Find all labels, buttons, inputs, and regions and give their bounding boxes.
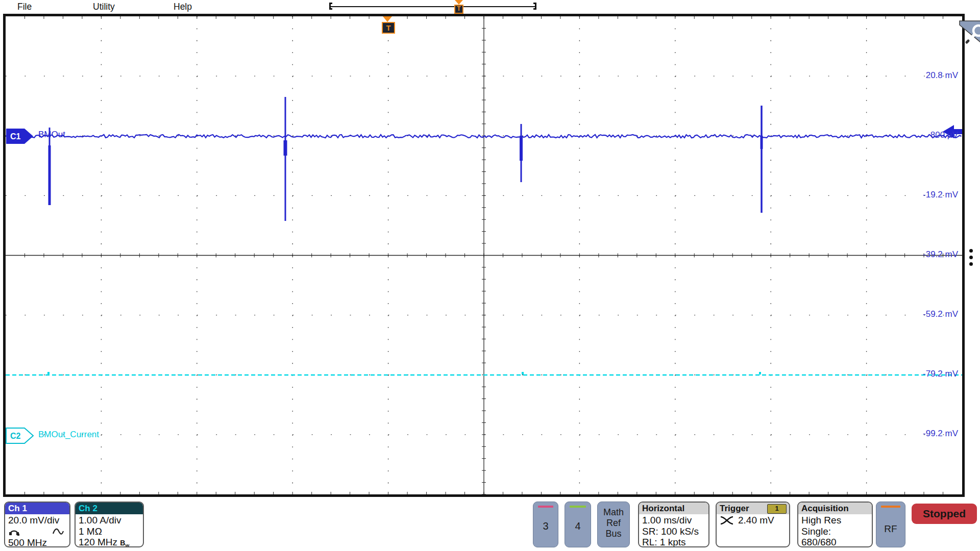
sample-rate: SR: 100 kS/s (642, 526, 705, 537)
svg-text:C2: C2 (10, 432, 21, 440)
probe-icon (8, 527, 20, 536)
menu-file[interactable]: File (17, 2, 32, 12)
menu-bar: File Utility Help T (0, 0, 980, 14)
channel-2-impedance: 1 MΩ (79, 526, 140, 537)
scale-label: -79.2 mV (892, 369, 958, 379)
channel-1-header: Ch 1 (5, 503, 69, 514)
menu-utility[interactable]: Utility (93, 2, 115, 12)
horizontal-header: Horizontal (639, 503, 708, 514)
trigger-triangle-icon (455, 0, 463, 5)
channel-3-button[interactable]: 3 (533, 502, 558, 547)
either-edge-trigger-icon (720, 515, 734, 526)
channel-1-settings-button[interactable]: Ch 1 20.0 mV/div 500 MHz (4, 502, 70, 547)
acquisition-mode: High Res (801, 515, 869, 526)
acquisition-header: Acquisition (798, 503, 872, 514)
overview-line (331, 6, 535, 7)
scale-label: -99.2 mV (892, 429, 958, 439)
channel-1-scale: 20.0 mV/div (8, 515, 66, 526)
trigger-position-marker[interactable]: T (382, 16, 395, 34)
bandwidth-limit-icon: Bw (120, 539, 129, 547)
trigger-level: 2.40 mV (738, 515, 774, 526)
svg-text:C1: C1 (10, 132, 21, 141)
acquisition-settings-button[interactable]: Acquisition High Res Single: 680/680 (797, 502, 873, 547)
scale-label: -19.2 mV (892, 190, 958, 200)
waveform-display-area[interactable]: 20.8 mV 800 µV -19.2 mV -39.2 mV -59.2 m… (3, 14, 965, 497)
side-drawer-handle[interactable] (969, 249, 973, 269)
channel-1-bandwidth: 500 MHz (8, 537, 66, 548)
rf-button[interactable]: RF (876, 502, 905, 547)
overview-trigger-marker[interactable]: T (455, 0, 463, 14)
channel-2-scale: 1.00 A/div (79, 515, 140, 526)
scale-label: -39.2 mV (892, 249, 958, 260)
acquisition-count: 680/680 (801, 537, 869, 547)
acquisition-status-badge[interactable]: Stopped (912, 504, 977, 524)
trigger-header: Trigger 1 (717, 503, 789, 514)
scale-label: 20.8 mV (892, 70, 958, 81)
channel-3-label: 3 (533, 520, 558, 532)
scale-label: -59.2 mV (892, 309, 958, 319)
oscilloscope-screen: File Utility Help T 20.8 mV 800 µV -19.2… (0, 0, 980, 551)
channel-1-label: BMOut (38, 130, 65, 140)
menu-help[interactable]: Help (174, 2, 192, 12)
math-label: Math (598, 507, 629, 518)
trigger-source-badge: 1 (767, 504, 787, 514)
channel-2-header: Ch 2 (76, 503, 143, 514)
trigger-triangle-icon (383, 16, 392, 22)
trigger-t-icon: T (454, 5, 463, 14)
channel-4-color-bar (570, 506, 586, 508)
trigger-t-icon: T (382, 22, 395, 34)
record-length: RL: 1 kpts (642, 537, 705, 547)
scale-label: 800 µV (892, 130, 958, 140)
trigger-settings-button[interactable]: Trigger 1 2.40 mV (716, 502, 790, 547)
horizontal-scale: 1.00 ms/div (642, 515, 705, 526)
acquisition-single: Single: (801, 526, 869, 537)
footer-bar: Ch 1 20.0 mV/div 500 MHz C (0, 499, 980, 551)
waveform-canvas (6, 16, 962, 494)
channel-4-label: 4 (565, 520, 591, 532)
coupling-waveform-icon (52, 527, 64, 536)
math-ref-bus-button[interactable]: Math Ref Bus (597, 502, 630, 547)
channel-2-bandwidth: 120 MHz Bw (79, 537, 140, 547)
channel-4-button[interactable]: 4 (565, 502, 591, 547)
overview-left-bracket[interactable] (329, 3, 332, 10)
rf-color-bar (881, 506, 900, 508)
channel-3-color-bar (538, 506, 553, 508)
bus-label: Bus (598, 529, 629, 539)
horizontal-settings-button[interactable]: Horizontal 1.00 ms/div SR: 100 kS/s RL: … (638, 502, 709, 547)
ref-label: Ref (598, 518, 629, 529)
overview-right-bracket[interactable] (533, 3, 536, 10)
channel-2-settings-button[interactable]: Ch 2 1.00 A/div 1 MΩ 120 MHz Bw (75, 502, 144, 547)
rf-label: RF (876, 523, 905, 535)
channel-2-label: BMOut_Current (38, 430, 99, 440)
